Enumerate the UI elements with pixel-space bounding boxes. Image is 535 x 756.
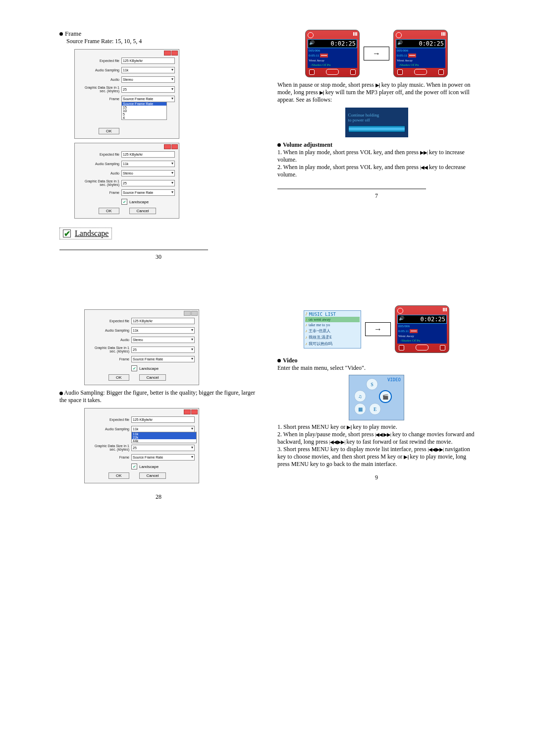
- list-item: ♪take me to yo: [305, 322, 360, 328]
- music-list-title: ♪MUSIC LIST: [305, 312, 360, 317]
- eq-icon: [440, 345, 445, 350]
- play-pause-icon: ▶||: [375, 82, 380, 88]
- close-icon[interactable]: [191, 311, 198, 316]
- graphic-select[interactable]: 25: [121, 180, 175, 186]
- close-icon[interactable]: [191, 409, 198, 414]
- close-icon[interactable]: [171, 144, 178, 149]
- ok-button[interactable]: OK: [108, 374, 129, 381]
- dialog-close-buttons[interactable]: [184, 311, 198, 316]
- power-icon: [396, 32, 402, 38]
- prev-next-icon: |◀◀ ▶▶|: [329, 439, 345, 445]
- landscape-checkbox-enlarged[interactable]: ✔ Landscape: [59, 228, 112, 239]
- settings-dialog-2: Expected file 125 KByte/kr Audio Samplin…: [74, 143, 179, 219]
- expected-file-field[interactable]: 125 KByte/kr: [131, 416, 195, 423]
- landscape-checkbox[interactable]: ✔Landscape: [131, 464, 159, 469]
- frame-select[interactable]: Source Frame Rate: [121, 189, 175, 196]
- expected-file-field[interactable]: 125 KByte/kr: [131, 318, 195, 324]
- page-9: ♪MUSIC LIST ♪on went away ♪take me to yo…: [277, 305, 476, 501]
- label-audio-sampling: Audio Sampling: [89, 329, 129, 332]
- play-pause-icon: ▶||: [347, 424, 351, 430]
- minimize-icon[interactable]: [164, 51, 171, 56]
- label-expected-file: Expected file: [89, 418, 129, 421]
- video-step-2: 2. When in play/pause mode, short press …: [277, 431, 476, 446]
- prev-next-icon: |◀◀ ▶▶|: [375, 432, 391, 437]
- note-icon: ♪: [305, 335, 307, 340]
- settings-icon: S: [366, 378, 378, 390]
- play-pause-icon: ▶||: [404, 454, 408, 460]
- label-graphic: Graphic Data Size in 1 sec. (kbytes): [79, 179, 119, 186]
- poweroff-progress: [348, 125, 405, 132]
- minimize-icon[interactable]: [184, 311, 191, 316]
- audio-select[interactable]: Stereo: [121, 170, 175, 176]
- player-track: 005/006: [309, 49, 320, 53]
- play-button-icon: [416, 345, 428, 350]
- player-screenshot-right: 🔊0:02:25 005/006 0:05:11 ━━━ Went Away -…: [393, 30, 448, 77]
- page-number-28: 28: [59, 493, 258, 501]
- dialog-close-buttons-2[interactable]: [164, 144, 178, 149]
- frame-select[interactable]: Source Frame Rate: [131, 454, 195, 461]
- player-screenshot-left: 🔊0:02:25 005/006 0:05:11 ━━━ Went Away -…: [305, 30, 360, 77]
- landscape-checkbox[interactable]: ✔Landscape: [131, 365, 159, 371]
- music-icon: ♫: [354, 390, 366, 402]
- label-audio-sampling: Audio Sampling: [79, 162, 119, 166]
- video-step-3: 3. Short press MENU key to display movie…: [277, 446, 476, 468]
- close-icon[interactable]: [171, 51, 178, 56]
- landscape-checkbox[interactable]: ✔ Landscape: [121, 199, 149, 205]
- frame-dropdown-open[interactable]: Source Frame Rate 15 10 5 4: [121, 102, 167, 120]
- ebook-icon: E: [369, 403, 381, 415]
- audio-select[interactable]: Stereo: [131, 337, 195, 343]
- expected-file-field[interactable]: 125 KByte/kr: [121, 151, 175, 158]
- power-icon: [397, 308, 403, 314]
- sampling-option-0[interactable]: 11k: [132, 432, 196, 436]
- expected-file-field[interactable]: 125 KByte/kr: [121, 58, 175, 64]
- dialog-close-buttons[interactable]: [184, 409, 198, 414]
- audio-select[interactable]: Stereo: [121, 76, 175, 83]
- frame-option-0[interactable]: Source Frame Rate: [122, 102, 166, 106]
- player-total: 0:05:11: [309, 54, 319, 58]
- audio-sampling-dropdown-open[interactable]: 11k 22k 44k: [131, 432, 197, 443]
- volume-heading-text: Volume adjustment: [283, 141, 332, 149]
- ok-button[interactable]: OK: [99, 208, 119, 214]
- frame-option-4[interactable]: 4: [122, 116, 166, 119]
- graphic-select[interactable]: 25: [131, 347, 195, 353]
- ok-button[interactable]: OK: [108, 472, 129, 479]
- ok-button[interactable]: OK: [99, 128, 119, 134]
- sampling-option-2[interactable]: 44k: [132, 439, 196, 443]
- eq-icon: [438, 69, 444, 75]
- sampling-option-1[interactable]: 22k: [132, 436, 196, 439]
- landscape-label: Landscape: [139, 465, 159, 469]
- minimize-icon[interactable]: [184, 409, 191, 414]
- arrow-right-icon: →: [365, 322, 391, 336]
- video-intro-text: Enter the main menu, select "Video".: [277, 364, 476, 372]
- frame-option-1[interactable]: 15: [122, 106, 166, 109]
- graphic-select[interactable]: 25: [121, 86, 175, 93]
- dialog-close-buttons[interactable]: [164, 51, 178, 56]
- cancel-button[interactable]: Cancel: [139, 472, 166, 479]
- page-30: Frame Source Frame Rate: 15, 10, 5, 4 Ex…: [59, 30, 258, 261]
- cancel-button[interactable]: Cancel: [129, 208, 157, 214]
- audio-sampling-select[interactable]: 11k: [131, 327, 195, 334]
- graphic-select[interactable]: 25: [131, 445, 195, 451]
- speaker-icon: 🔊: [309, 40, 315, 45]
- page-28: Expected file125 KByte/kr Audio Sampling…: [59, 305, 258, 501]
- note-icon: ♪: [305, 342, 307, 346]
- player-subtitle: -Shades Of Pu: [396, 63, 445, 68]
- frame-select[interactable]: Source Frame Rate: [131, 356, 195, 362]
- next-icon: ▶▶|: [420, 150, 428, 155]
- minimize-icon[interactable]: [164, 144, 171, 149]
- landscape-label: Landscape: [129, 200, 149, 204]
- frame-option-3[interactable]: 5: [122, 113, 166, 116]
- audio-sampling-select[interactable]: 11k: [121, 67, 175, 73]
- audio-sampling-select[interactable]: 11k: [121, 161, 175, 167]
- checkbox-icon: ✔: [121, 199, 127, 205]
- play-pause-icon: ▶||: [320, 90, 324, 95]
- arrow-right-icon: →: [364, 47, 389, 60]
- cancel-button[interactable]: Cancel: [139, 374, 166, 381]
- frame-option-2[interactable]: 10: [122, 109, 166, 113]
- repeat-icon: [309, 69, 315, 75]
- player-title: Went Away: [396, 58, 445, 63]
- page-number-7: 7: [277, 192, 476, 200]
- photo-icon: ▦: [354, 403, 366, 415]
- settings-dialog-4: Expected file125 KByte/kr Audio Sampling…: [84, 408, 199, 483]
- music-list-screenshot: ♪MUSIC LIST ♪on went away ♪take me to yo…: [304, 310, 361, 349]
